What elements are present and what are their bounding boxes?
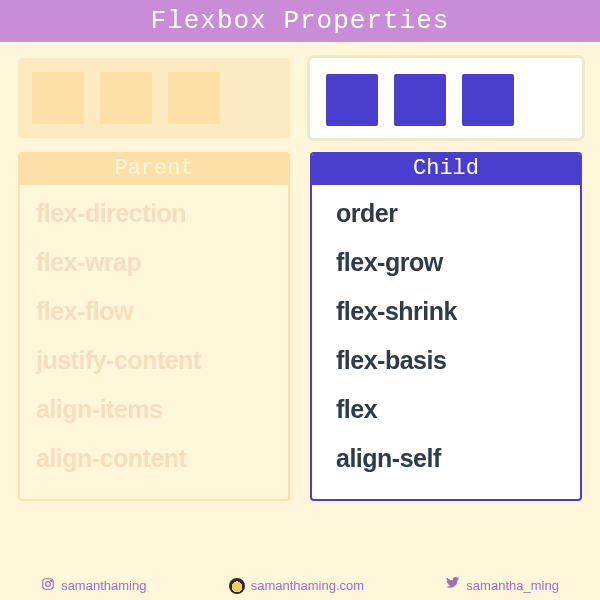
parent-property-list: flex-direction flex-wrap flex-flow justi… [20,185,288,499]
child-panel: Child order flex-grow flex-shrink flex-b… [310,152,582,501]
parent-property: flex-direction [36,199,272,228]
page-title: Flexbox Properties [0,0,600,42]
parent-property: flex-flow [36,297,272,326]
child-property: flex-shrink [336,297,564,326]
parent-column: Parent flex-direction flex-wrap flex-flo… [18,58,290,501]
child-item-square [462,74,514,126]
twitter-handle: samantha_ming [466,578,559,593]
svg-point-1 [46,582,51,587]
child-property: align-self [336,444,564,473]
child-illustration [310,58,582,138]
parent-illustration [18,58,290,138]
child-property: flex [336,395,564,424]
website-credit: samanthaming.com [229,577,364,594]
child-property: order [336,199,564,228]
parent-item-square [100,72,152,124]
parent-panel: Parent flex-direction flex-wrap flex-flo… [18,152,290,501]
child-heading: Child [312,154,580,185]
instagram-icon [41,577,55,594]
parent-property: justify-content [36,346,272,375]
main-content: Parent flex-direction flex-wrap flex-flo… [0,42,600,501]
parent-property: align-items [36,395,272,424]
website-url: samanthaming.com [251,578,364,593]
svg-point-2 [51,580,52,581]
parent-property: align-content [36,444,272,473]
parent-property: flex-wrap [36,248,272,277]
child-property-list: order flex-grow flex-shrink flex-basis f… [312,185,580,499]
twitter-icon [446,577,460,594]
avatar-icon [229,578,245,594]
parent-item-square [32,72,84,124]
child-item-square [394,74,446,126]
parent-item-square [168,72,220,124]
instagram-handle: samanthaming [61,578,146,593]
child-property: flex-basis [336,346,564,375]
twitter-credit: samantha_ming [446,577,559,594]
instagram-credit: samanthaming [41,577,146,594]
child-item-square [326,74,378,126]
child-property: flex-grow [336,248,564,277]
child-column: Child order flex-grow flex-shrink flex-b… [310,58,582,501]
parent-heading: Parent [20,154,288,185]
footer: samanthaming samanthaming.com samantha_m… [0,577,600,594]
